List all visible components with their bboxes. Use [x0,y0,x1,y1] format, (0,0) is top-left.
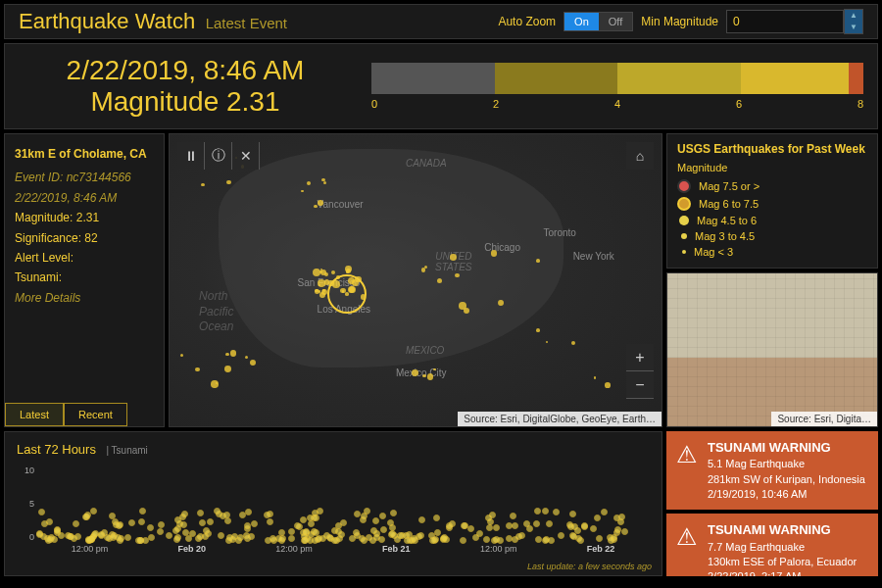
chart-title: Last 72 Hours [17,442,96,457]
country-label: MEXICO [406,345,444,356]
x-tick: Feb 20 [177,544,206,554]
zoom-in-icon[interactable]: + [626,344,654,371]
warning-time: 2/22/2019, 2:17 AM [708,569,857,576]
legend-label: Mag < 3 [694,246,733,258]
x-tick: 12:00 pm [275,544,313,554]
event-time: 2/22/2019, 8:46 AM [15,188,154,208]
legend-label: Mag 3 to 4.5 [695,230,755,242]
warning-time: 2/19/2019, 10:46 AM [708,487,865,502]
header-controls: Auto Zoom On Off Min Magnitude ▲ ▼ [498,9,863,34]
pause-icon[interactable]: ⏸ [177,142,205,170]
spinner-up-icon[interactable]: ▲ [845,10,862,22]
title-subtext: Latest Event [206,15,287,31]
event-magnitude: Magnitude: 2.31 [15,208,154,227]
gauge-tick: 8 [858,98,863,110]
y-tick: 10 [19,466,34,475]
chart-update-text: Last update: a few seconds ago [527,562,652,571]
app-title: Earthquake Watch Latest Event [19,9,287,34]
min-magnitude-spinner[interactable]: ▲ ▼ [844,9,863,34]
timeline-chart: Last 72 Hours | Tsunami 10 5 0 12:00 pm … [4,431,662,576]
tsunami-warning[interactable]: ⚠ TSUNAMI WARNING 7.7 Mag Earthquake 130… [666,514,878,576]
legend-subtitle: Magnitude [677,162,867,173]
event-details-panel: 31km E of Cholame, CA Event ID: nc731445… [4,133,165,427]
city-label: New York [573,251,614,262]
toggle-on[interactable]: On [564,13,599,30]
auto-zoom-toggle[interactable]: On Off [564,12,633,31]
auto-zoom-label: Auto Zoom [498,15,556,28]
y-tick: 5 [19,499,34,509]
event-id: Event ID: nc73144566 [15,168,154,187]
header-bar: Earthquake Watch Latest Event Auto Zoom … [4,4,878,39]
legend-dot-icon [681,233,687,239]
title-text: Earthquake Watch [19,9,195,33]
home-icon[interactable]: ⌂ [626,142,654,170]
city-label: Mexico City [396,368,447,378]
warnings-list: ⚠ TSUNAMI WARNING 5.1 Mag Earthquake 281… [666,431,878,576]
warning-location: 281km SW of Kuripan, Indonesia [708,472,865,487]
ocean-label: North Pacific Ocean [199,289,233,335]
spinner-down-icon[interactable]: ▼ [845,22,862,33]
zoom-out-icon[interactable]: − [626,371,654,399]
legend-dot-icon [677,179,691,193]
satellite-attribution: Source: Esri, Digita… [771,412,877,426]
satellite-inset[interactable]: Source: Esri, Digita… [666,272,878,427]
banner-magnitude: Magnitude 2.31 [19,86,352,118]
legend-label: Mag 4.5 to 6 [697,215,757,226]
legend-dot-icon [679,216,689,225]
warning-title: TSUNAMI WARNING [708,521,857,539]
warning-mag: 7.7 Mag Earthquake [708,540,857,555]
city-label: Chicago [484,242,520,253]
warning-icon: ⚠ [676,443,698,466]
map-attribution: Source: Esri, DigitalGlobe, GeoEye, Eart… [458,412,662,426]
gauge-tick: 2 [493,98,499,110]
x-tick: Feb 22 [587,544,615,554]
tab-latest[interactable]: Latest [5,403,64,426]
event-tsunami: Tsunami: [15,268,154,287]
min-magnitude-label: Min Magnitude [641,15,718,28]
map-zoom-controls: + − [626,344,654,399]
banner-headline: 2/22/2019, 8:46 AM Magnitude 2.31 [19,55,352,118]
warning-title: TSUNAMI WARNING [708,439,865,457]
event-alert-level: Alert Level: [15,248,154,268]
event-banner: 2/22/2019, 8:46 AM Magnitude 2.31 0 2 4 … [4,43,878,129]
event-location: 31km E of Cholame, CA [15,144,154,164]
magnitude-gauge: 0 2 4 6 8 [371,63,863,110]
legend-title: USGS Earthquakes for Past Week [677,142,867,156]
legend-label: Mag 6 to 7.5 [699,198,759,210]
gauge-tick: 6 [736,98,742,110]
banner-timestamp: 2/22/2019, 8:46 AM [19,55,352,86]
info-icon[interactable]: ⓘ [205,142,232,170]
legend-dot-icon [677,197,691,211]
tsunami-warning[interactable]: ⚠ TSUNAMI WARNING 5.1 Mag Earthquake 281… [666,431,878,510]
toggle-off[interactable]: Off [599,13,632,30]
tab-recent[interactable]: Recent [64,403,127,426]
x-tick: Feb 21 [382,544,411,554]
y-tick: 0 [19,532,34,542]
legend-dot-icon [682,250,686,254]
city-label: Toronto [544,227,576,238]
close-icon[interactable]: ✕ [232,142,260,170]
gauge-tick: 0 [371,98,377,110]
main-map[interactable]: North Pacific Ocean CANADA UNITED STATES… [169,133,662,427]
map-toolbar: ⏸ ⓘ ✕ [177,142,260,170]
warning-location: 130km ESE of Palora, Ecuador [708,555,857,569]
more-details-link[interactable]: More Details [15,288,154,308]
country-label: CANADA [406,158,447,169]
min-magnitude-input[interactable] [726,10,844,33]
warning-mag: 5.1 Mag Earthquake [708,457,865,471]
legend-panel: USGS Earthquakes for Past Week Magnitude… [666,133,878,269]
gauge-tick: 4 [614,98,620,110]
details-tabs: Latest Recent [5,403,164,426]
city-label: Vancouver [318,199,364,210]
legend-label: Mag 7.5 or > [699,180,760,192]
x-tick: 12:00 pm [72,544,109,554]
warning-icon: ⚠ [676,525,698,549]
event-significance: Significance: 82 [15,228,154,248]
chart-subtitle: | Tsunami [106,445,147,456]
x-tick: 12:00 pm [480,544,517,554]
